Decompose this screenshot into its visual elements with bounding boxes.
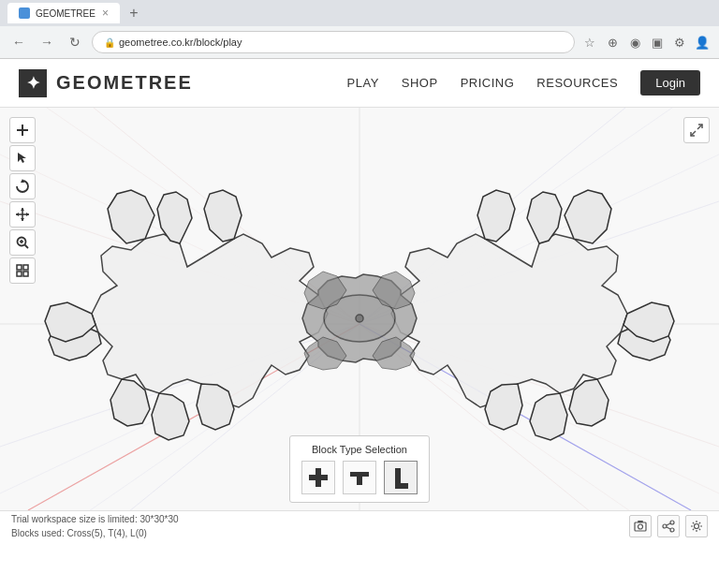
status-icons-right	[629, 515, 708, 537]
header-nav: PLAY SHOP PRICING RESOURCES Login	[347, 70, 700, 96]
svg-rect-42	[309, 475, 328, 480]
svg-point-53	[695, 523, 699, 528]
browser-chrome: GEOMETREE × + ← → ↻ 🔒 geometree.co.kr/bl…	[0, 0, 719, 59]
expand-button[interactable]	[683, 117, 710, 143]
cursor-tool-button[interactable]	[9, 145, 36, 171]
svg-rect-35	[17, 265, 22, 270]
lock-icon: 🔒	[104, 37, 115, 48]
svg-point-46	[638, 524, 643, 529]
bookmark-icon[interactable]: ☆	[580, 33, 599, 51]
login-button[interactable]: Login	[640, 70, 700, 96]
svg-point-48	[670, 521, 674, 524]
nav-pricing[interactable]: PRICING	[461, 76, 515, 90]
block-panel-title: Block Type Selection	[301, 444, 418, 455]
nav-resources[interactable]: RESOURCES	[536, 76, 618, 90]
app-header: ✦ GEOMETREE PLAY SHOP PRICING RESOURCES …	[0, 59, 719, 108]
nav-play[interactable]: PLAY	[347, 76, 379, 90]
address-bar-row: ← → ↻ 🔒 geometree.co.kr/block/play ☆ ⊕ ◉…	[0, 26, 719, 58]
svg-line-51	[667, 523, 670, 525]
status-text: Trial workspace size is limited: 30*30*3…	[11, 512, 179, 540]
svg-marker-29	[16, 213, 19, 216]
nav-shop[interactable]: SHOP	[402, 76, 438, 90]
svg-marker-28	[21, 218, 24, 221]
address-bar[interactable]: 🔒 geometree.co.kr/block/play	[92, 31, 575, 53]
svg-rect-37	[17, 272, 22, 276]
extension-icon-2[interactable]: ◉	[625, 33, 644, 51]
extension-icon-4[interactable]: ⚙	[670, 33, 689, 51]
extension-icon-3[interactable]: ▣	[648, 33, 667, 51]
block-icons-row	[301, 461, 418, 494]
blocks-used-text: Blocks used: Cross(5), T(4), L(0)	[11, 526, 179, 540]
status-bar: Trial workspace size is limited: 30*30*3…	[0, 510, 719, 540]
browser-extension-icons: ☆ ⊕ ◉ ▣ ⚙ 👤	[580, 33, 712, 51]
profile-icon[interactable]: 👤	[693, 33, 712, 51]
move-tool-button[interactable]	[9, 201, 36, 228]
extension-icon-1[interactable]: ⊕	[603, 33, 622, 51]
svg-rect-38	[23, 272, 28, 276]
svg-rect-45	[635, 522, 646, 531]
new-tab-button[interactable]: +	[124, 3, 144, 23]
add-tool-button[interactable]	[9, 117, 36, 143]
logo-icon: ✦	[19, 69, 47, 97]
rotate-tool-button[interactable]	[9, 173, 36, 199]
svg-rect-47	[638, 521, 643, 522]
svg-point-49	[670, 528, 674, 532]
logo-area: ✦ GEOMETREE	[19, 69, 193, 97]
svg-rect-44	[357, 472, 362, 485]
screenshot-button[interactable]	[629, 515, 652, 537]
logo-plus-symbol: ✦	[26, 73, 40, 94]
settings-button[interactable]	[685, 515, 708, 537]
zoom-tool-button[interactable]	[9, 229, 36, 256]
browser-tab[interactable]: GEOMETREE ×	[7, 3, 120, 23]
back-button[interactable]: ←	[7, 31, 30, 53]
svg-point-50	[663, 524, 667, 528]
svg-line-52	[667, 527, 670, 529]
left-toolbar	[9, 117, 36, 284]
tab-close-icon[interactable]: ×	[102, 7, 109, 20]
svg-line-32	[25, 245, 29, 249]
tab-bar: GEOMETREE × +	[0, 0, 719, 26]
svg-point-21	[356, 315, 363, 322]
l-block-button[interactable]	[384, 461, 418, 494]
svg-marker-30	[26, 213, 29, 216]
tab-title: GEOMETREE	[36, 8, 96, 19]
address-text: geometree.co.kr/block/play	[119, 37, 242, 48]
tab-favicon	[19, 7, 30, 19]
cross-block-button[interactable]	[301, 461, 335, 494]
grid-tool-button[interactable]	[9, 257, 36, 284]
logo-text: GEOMETREE	[56, 72, 193, 94]
block-selection-panel: Block Type Selection	[289, 435, 430, 503]
svg-marker-27	[21, 208, 24, 211]
main-canvas[interactable]: Block Type Selection	[0, 108, 719, 540]
share-button[interactable]	[657, 515, 680, 537]
workspace-limit-text: Trial workspace size is limited: 30*30*3…	[11, 512, 179, 526]
refresh-button[interactable]: ↻	[64, 31, 86, 53]
forward-button[interactable]: →	[36, 31, 58, 53]
t-block-button[interactable]	[343, 461, 376, 494]
svg-rect-36	[23, 265, 28, 270]
